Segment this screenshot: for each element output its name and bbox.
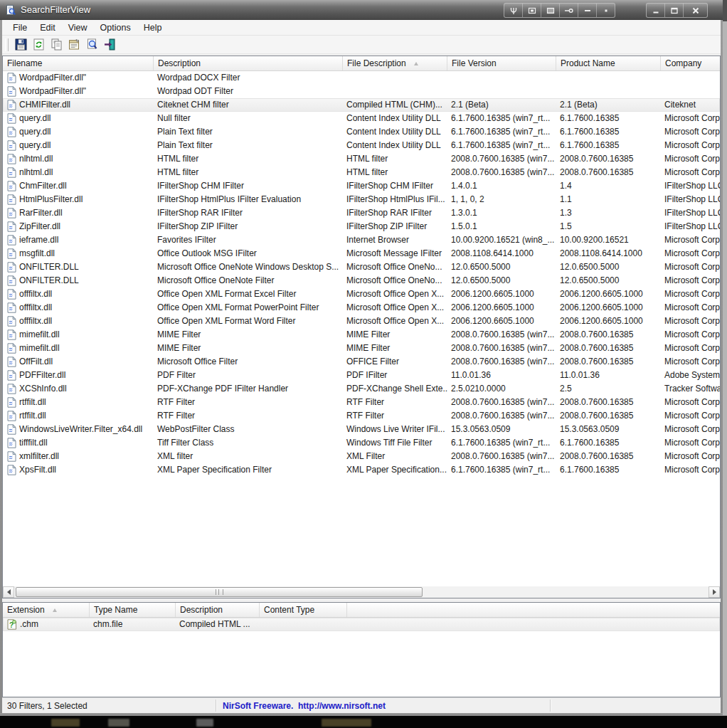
filename-cell: msgfilt.dll — [3, 247, 154, 260]
table-row[interactable]: XCShInfo.dll PDF-XChange PDF IFilter Han… — [3, 382, 720, 396]
table-row[interactable]: query.dll Plain Text filter Content Inde… — [3, 139, 720, 152]
file-description-cell: Microsoft Office OneNo... — [343, 260, 447, 274]
column-header[interactable]: Company — [661, 56, 720, 70]
filename-text: query.dll — [19, 139, 51, 152]
table-row[interactable]: xmlfilter.dll XML filter XML Filter 2008… — [3, 450, 720, 463]
window-title: SearchFilterView — [21, 4, 90, 15]
company-cell: Citeknet — [661, 98, 720, 112]
table-row[interactable]: mimefilt.dll MIME Filter MIME Filter 200… — [3, 328, 720, 342]
taskbar-app-icon[interactable] — [51, 719, 80, 727]
table-row[interactable]: offfiltx.dll Office Open XML Format Exce… — [3, 287, 720, 301]
table-row[interactable]: ChmFilter.dll IFilterShop CHM IFilter IF… — [3, 179, 720, 193]
table-row[interactable]: WindowsLiveWriter.Filter_x64.dll WebPost… — [3, 423, 720, 436]
table-row[interactable]: offfiltx.dll Office Open XML Format Word… — [3, 315, 720, 328]
file-description-cell: XML Paper Specification... — [343, 463, 447, 477]
table-row[interactable]: query.dll Plain Text filter Content Inde… — [3, 125, 720, 139]
product-name-cell: 1.1 — [556, 193, 661, 206]
table-row[interactable]: XpsFilt.dll XML Paper Specification Filt… — [3, 463, 720, 477]
table-row[interactable]: mimefilt.dll MIME Filter MIME Filter 200… — [3, 342, 720, 355]
filename-cell: mimefilt.dll — [3, 328, 154, 342]
filename-text: query.dll — [19, 112, 51, 125]
description-cell: XML filter — [154, 450, 343, 463]
table-row[interactable]: WordpadFilter.dll" Wordpad DOCX Filter — [3, 71, 720, 85]
column-header[interactable]: File Description — [343, 56, 447, 70]
table-row[interactable]: query.dll Null filter Content Index Util… — [3, 112, 720, 125]
column-header[interactable]: Extension — [3, 603, 90, 617]
table-row[interactable]: msgfilt.dll Office Outlook MSG IFilter M… — [3, 247, 720, 260]
file-version-cell: 2008.0.7600.16385 (win7... — [447, 152, 556, 166]
column-header[interactable]: Description — [154, 56, 343, 70]
properties-button[interactable] — [65, 37, 83, 53]
filename-cell: offfiltx.dll — [3, 287, 154, 301]
maximize-button[interactable] — [665, 4, 684, 17]
column-header[interactable]: Product Name — [556, 56, 661, 70]
save-button[interactable] — [12, 37, 29, 53]
scrollbar-track[interactable] — [14, 586, 709, 598]
pin-button[interactable] — [560, 4, 578, 17]
scrollbar-thumb[interactable] — [16, 587, 423, 597]
company-cell: Microsoft Corp — [661, 260, 720, 274]
table-row[interactable]: CHMIFilter.dll Citeknet CHM filter Compi… — [3, 98, 720, 112]
taskbar-app-icon[interactable] — [196, 719, 213, 727]
table-row[interactable]: nlhtml.dll HTML filter HTML filter 2008.… — [3, 152, 720, 166]
table-row[interactable]: RarFilter.dll IFilterShop RAR IFilter IF… — [3, 206, 720, 220]
find-button[interactable] — [83, 37, 100, 53]
column-header[interactable]: Filename — [3, 56, 154, 70]
company-cell: Microsoft Corp — [661, 112, 720, 125]
table-row[interactable]: ieframe.dll Favorites IFilter Internet B… — [3, 233, 720, 247]
filename-cell: tifffilt.dll — [3, 436, 154, 450]
file-description-cell: PDF-XChange Shell Exte... — [343, 382, 447, 396]
dll-file-icon — [7, 289, 16, 300]
table-row[interactable]: OffFilt.dll Microsoft Office Filter OFFI… — [3, 355, 720, 369]
scroll-right-button[interactable] — [709, 586, 720, 598]
column-header[interactable]: File Version — [447, 56, 556, 70]
table-row[interactable]: ? .chm chm.file Compiled HTML ... — [3, 618, 720, 631]
file-version-cell: 2008.1108.6414.1000 — [447, 247, 556, 260]
column-header[interactable]: Content Type — [260, 603, 347, 617]
file-version-cell: 2008.0.7600.16385 (win7... — [447, 396, 556, 409]
shade-box-button[interactable] — [541, 4, 560, 17]
taskbar-app-icon[interactable] — [322, 719, 371, 727]
product-name-cell: 2008.0.7600.16385 — [556, 152, 661, 166]
table-row[interactable]: nlhtml.dll HTML filter HTML filter 2008.… — [3, 166, 720, 179]
menu-item[interactable]: View — [62, 21, 94, 34]
restore-box-button[interactable] — [523, 4, 541, 17]
table-row[interactable]: tifffilt.dll Tiff Filter Class Windows T… — [3, 436, 720, 450]
dll-file-icon — [7, 73, 16, 83]
taskbar-app-icon[interactable] — [108, 719, 129, 727]
wrench-button[interactable] — [504, 4, 523, 17]
exit-button[interactable] — [101, 37, 118, 53]
menu-item[interactable]: Options — [94, 21, 137, 34]
refresh-button[interactable] — [30, 37, 47, 53]
close-button[interactable] — [684, 4, 707, 17]
column-header[interactable]: Description — [176, 603, 260, 617]
copy-button[interactable] — [48, 37, 65, 53]
file-description-cell: Microsoft Office Open X... — [343, 315, 447, 328]
table-row[interactable]: ZipFilter.dll IFilterShop ZIP IFilter IF… — [3, 220, 720, 233]
table-row[interactable]: WordpadFilter.dll" Wordpad ODT Filter — [3, 85, 720, 98]
tray-minimize-button[interactable] — [597, 4, 615, 17]
nirsoft-link[interactable]: NirSoft Freeware. http://www.nirsoft.net — [223, 698, 386, 713]
menu-item[interactable]: File — [6, 21, 33, 34]
table-row[interactable]: ONFILTER.DLL Microsoft Office OneNote Wi… — [3, 260, 720, 274]
table-row[interactable]: PDFFilter.dll PDF Filter PDF IFilter 11.… — [3, 369, 720, 382]
toolbar-gripper[interactable] — [5, 38, 9, 51]
rollup-button[interactable] — [578, 4, 597, 17]
table-row[interactable]: HtmlPlusFilter.dll IFilterShop HtmlPlus … — [3, 193, 720, 206]
column-header[interactable]: Type Name — [90, 603, 176, 617]
dll-file-icon — [7, 302, 16, 313]
file-version-cell: 6.1.7600.16385 (win7_rt... — [447, 139, 556, 152]
product-name-cell: 6.1.7600.16385 — [556, 125, 661, 139]
title-bar[interactable]: SearchFilterView — [0, 0, 723, 20]
table-row[interactable]: offfiltx.dll Office Open XML Format Powe… — [3, 301, 720, 315]
filename-cell: WindowsLiveWriter.Filter_x64.dll — [3, 423, 154, 436]
scroll-left-button[interactable] — [3, 586, 14, 598]
table-row[interactable]: ONFILTER.DLL Microsoft Office OneNote Fi… — [3, 274, 720, 287]
description-cell: IFilterShop HtmlPlus IFilter Evaluation — [154, 193, 343, 206]
horizontal-scrollbar[interactable] — [3, 586, 720, 598]
menu-item[interactable]: Edit — [33, 21, 62, 34]
table-row[interactable]: rtffilt.dll RTF Filter RTF Filter 2008.0… — [3, 396, 720, 409]
table-row[interactable]: rtffilt.dll RTF Filter RTF Filter 2008.0… — [3, 409, 720, 423]
minimize-button[interactable] — [647, 4, 665, 17]
menu-item[interactable]: Help — [137, 21, 169, 34]
